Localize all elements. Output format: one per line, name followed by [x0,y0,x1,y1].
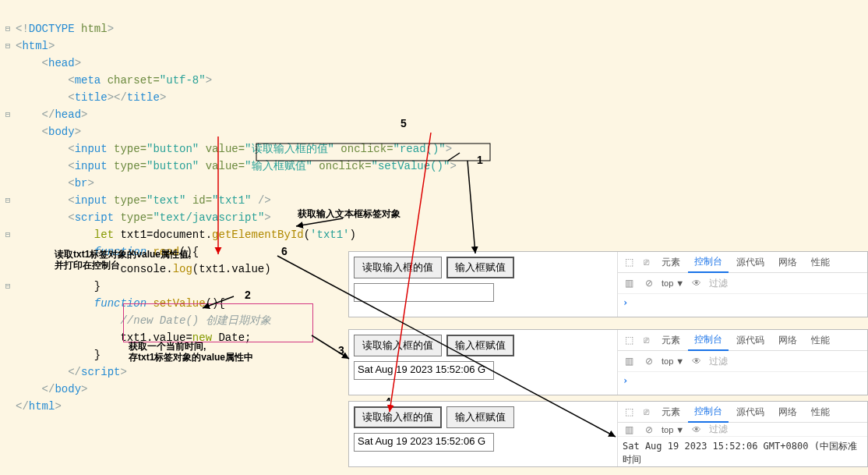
preview-panel-1: 读取输入框的值 输入框赋值 ⬚ ⎚ 元素 控制台 源代码 网络 性能 ▥ ⊘ t… [348,251,868,317]
code-text: type= [120,211,153,224]
btn-read-2[interactable]: 读取输入框的值 [354,335,442,356]
tab-elements[interactable]: 元素 [655,402,686,422]
eye-icon[interactable]: 👁 [690,277,703,289]
device-icon[interactable]: ⎚ [640,406,652,418]
step-5: 5 [400,117,407,129]
code-text: } [94,280,101,292]
tab-perf[interactable]: 性能 [805,402,836,422]
tab-console[interactable]: 控制台 [688,329,729,351]
code-text: "button" [146,160,199,172]
device-icon[interactable]: ⎚ [640,256,652,268]
annotation-date-b: 存txt1标签对象的value属性中 [129,351,253,364]
annotation-getelem: 获取输入文本框标签对象 [298,207,400,221]
code-text: } [94,349,101,361]
code-text: getElementById [212,229,304,241]
code-text: value= [206,160,245,172]
sidebar-toggle-icon[interactable]: ▥ [623,424,635,436]
step-6: 6 [281,245,288,257]
filter-input[interactable]: 过滤 [709,355,728,368]
code-text: onclick= [340,143,393,155]
code-text: "text" [146,194,185,207]
btn-set-1[interactable]: 输入框赋值 [446,257,514,278]
code-text: type= [114,143,146,155]
sidebar-toggle-icon[interactable]: ▥ [623,355,635,367]
step-3: 3 [338,344,344,356]
devtools-1: ⬚ ⎚ 元素 控制台 源代码 网络 性能 ▥ ⊘ top ▼ 👁 过滤 › [618,252,867,317]
console-out-2[interactable]: › [618,372,867,395]
annotation-read-b: 并打印在控制台 [55,259,120,272]
preview-panel-2: 读取输入框的值 输入框赋值 Sat Aug 19 2023 15:52:06 G… [348,329,868,395]
code-text: console. [120,263,172,275]
inspect-icon[interactable]: ⬚ [623,334,635,346]
console-out-1[interactable]: › [618,294,867,317]
devtools-2: ⬚ ⎚ 元素 控制台 源代码 网络 性能 ▥ ⊘ top ▼ 👁 过滤 › [618,330,867,395]
tab-console[interactable]: 控制台 [688,251,729,273]
tab-console[interactable]: 控制台 [688,401,729,423]
step-1: 1 [477,154,483,166]
inspect-icon[interactable]: ⬚ [623,256,635,268]
filter-input[interactable]: 过滤 [709,277,728,290]
clear-icon[interactable]: ⊘ [643,424,655,436]
code-text: //new Date() 创建日期对象 [120,314,270,327]
filter-input[interactable]: 过滤 [709,423,728,436]
tab-sources[interactable]: 源代码 [730,330,771,350]
eye-icon[interactable]: 👁 [690,424,703,436]
code-text: "txt1" [212,194,251,207]
btn-set-2[interactable]: 输入框赋值 [446,335,514,356]
code-text: "read()" [393,143,446,155]
code-text: "text/javascript" [153,211,264,224]
tab-sources[interactable]: 源代码 [730,402,771,422]
inspect-icon[interactable]: ⬚ [623,406,635,418]
code-text: "utf-8" [160,74,206,87]
code-text: log [173,263,192,275]
txt-field-2[interactable]: Sat Aug 19 2023 15:52:06 G [354,361,494,380]
code-text: id= [192,194,212,207]
code-text: setValue [153,297,205,310]
tab-perf[interactable]: 性能 [805,252,836,272]
tab-elements[interactable]: 元素 [655,252,686,272]
code-text: type= [114,194,146,207]
btn-read-3[interactable]: 读取输入框的值 [354,406,442,428]
tab-sources[interactable]: 源代码 [730,252,771,272]
tab-network[interactable]: 网络 [772,252,803,272]
code-text: function [94,297,146,310]
code-text: txt1=document. [120,229,212,241]
devtools-3: ⬚ ⎚ 元素 控制台 源代码 网络 性能 ▥ ⊘ top ▼ 👁 过滤 Sat … [618,402,867,466]
code-text: (){ [206,297,225,310]
code-text: charset= [108,74,160,87]
context-select[interactable]: top ▼ [662,278,684,288]
device-icon[interactable]: ⎚ [640,334,652,346]
txt-field-1[interactable] [354,283,494,302]
code-text: "读取输入框的值" [245,143,334,155]
code-text: 'txt1' [310,229,349,241]
code-text: Date; [218,331,251,344]
code-text: (txt1.value) [192,263,271,275]
code-text: onclick= [319,160,371,172]
tab-elements[interactable]: 元素 [655,330,686,350]
context-select[interactable]: top ▼ [662,356,684,366]
sidebar-toggle-icon[interactable]: ▥ [623,277,635,289]
btn-set-3[interactable]: 输入框赋值 [446,406,514,428]
code-text: "button" [146,143,199,155]
context-select[interactable]: top ▼ [662,425,684,434]
tab-network[interactable]: 网络 [772,330,803,350]
console-line: Sat Aug 19 2023 15:52:06 GMT+0800 (中国标准时… [623,441,857,465]
code-text: type= [114,160,146,172]
console-out-3[interactable]: Sat Aug 19 2023 15:52:06 GMT+0800 (中国标准时… [618,437,867,470]
tab-perf[interactable]: 性能 [805,330,836,350]
code-text: ) [350,229,356,241]
btn-read-1[interactable]: 读取输入框的值 [354,257,442,278]
code-text: "setValue()" [372,160,450,172]
preview-panel-3: 读取输入框的值 输入框赋值 Sat Aug 19 2023 15:52:06 G… [348,401,868,467]
code-text: let [94,229,114,241]
step-2: 2 [245,289,251,301]
clear-icon[interactable]: ⊘ [643,355,655,367]
code-text: "输入框赋值" [245,160,312,172]
eye-icon[interactable]: 👁 [690,355,703,367]
tab-network[interactable]: 网络 [772,402,803,422]
clear-icon[interactable]: ⊘ [643,277,655,289]
txt-field-3[interactable]: Sat Aug 19 2023 15:52:06 G [354,433,494,452]
code-text: value= [206,143,245,155]
code-text: ( [304,229,310,241]
svg-line-1 [468,161,475,253]
